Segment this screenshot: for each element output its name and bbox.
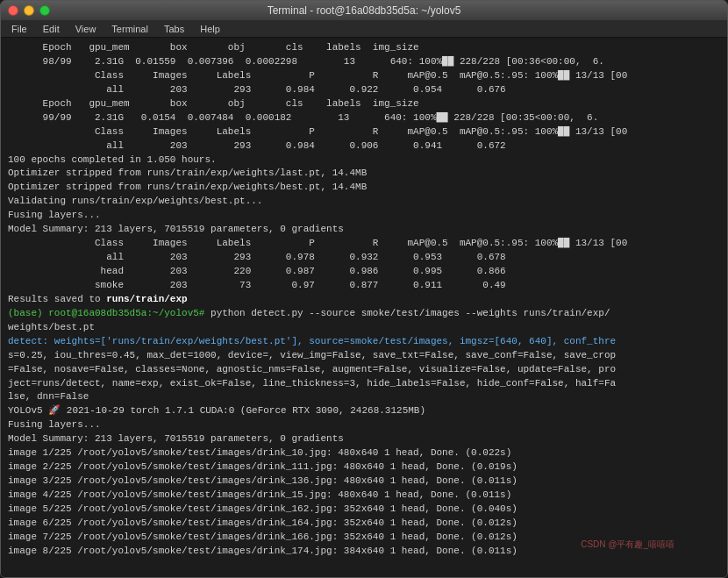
terminal-line: Optimizer stripped from runs/train/exp/w… [8, 181, 720, 195]
terminal-line: YOLOv5 🚀 2021-10-29 torch 1.7.1 CUDA:0 (… [8, 404, 720, 418]
terminal-line: Epoch gpu_mem box obj cls labels img_siz… [8, 97, 720, 111]
menubar: File Edit View Terminal Tabs Help [1, 20, 727, 38]
menu-edit[interactable]: Edit [36, 22, 67, 36]
terminal-line: image 6/225 /root/yolov5/smoke/test/imag… [8, 517, 720, 531]
terminal-line: weights/best.pt [8, 321, 720, 335]
terminal-line: Results saved to runs/train/exp [8, 293, 720, 307]
window-controls [8, 5, 50, 16]
terminal-line: image 4/225 /root/yolov5/smoke/test/imag… [8, 489, 720, 503]
terminal-line: 99/99 2.31G 0.0154 0.007484 0.000182 13 … [8, 111, 720, 125]
terminal-line: image 5/225 /root/yolov5/smoke/test/imag… [8, 503, 720, 517]
terminal-line: Optimizer stripped from runs/train/exp/w… [8, 167, 720, 181]
terminal-line: Model Summary: 213 layers, 7015519 param… [8, 223, 720, 237]
terminal-line: 100 epochs completed in 1.050 hours. [8, 153, 720, 168]
menu-terminal[interactable]: Terminal [104, 22, 155, 36]
close-button[interactable] [8, 5, 18, 16]
terminal-line: image 8/225 /root/yolov5/smoke/test/imag… [8, 545, 720, 559]
terminal-line: Epoch gpu_mem box obj cls labels img_siz… [8, 41, 720, 55]
terminal-line: lse, dnn=False [8, 390, 720, 404]
window-title: Terminal - root@16a08db35d5a: ~/yolov5 [268, 4, 461, 17]
terminal-line: image 3/225 /root/yolov5/smoke/test/imag… [8, 475, 720, 489]
terminal-window: Terminal - root@16a08db35d5a: ~/yolov5 F… [0, 0, 728, 578]
menu-help[interactable]: Help [193, 22, 227, 36]
menu-view[interactable]: View [68, 22, 103, 36]
terminal-line: image 2/225 /root/yolov5/smoke/test/imag… [8, 460, 720, 475]
terminal-line: Class Images Labels P R mAP@0.5 mAP@0.5:… [8, 237, 720, 251]
menu-tabs[interactable]: Tabs [157, 22, 191, 36]
terminal-line: Class Images Labels P R mAP@0.5 mAP@0.5:… [8, 69, 720, 83]
terminal-line: Fusing layers... [8, 418, 720, 432]
menu-file[interactable]: File [4, 22, 34, 36]
terminal-line: detect: weights=['runs/train/exp/weights… [8, 335, 720, 349]
maximize-button[interactable] [39, 5, 50, 16]
terminal-line: Class Images Labels P R mAP@0.5 mAP@0.5:… [8, 125, 720, 139]
minimize-button[interactable] [24, 5, 34, 16]
terminal-line: =False, nosave=False, classes=None, agno… [8, 363, 720, 377]
terminal-line: smoke 203 73 0.97 0.877 0.911 0.49 [8, 279, 720, 293]
terminal-line: all 203 293 0.984 0.906 0.941 0.672 [8, 139, 720, 153]
terminal-line: Fusing layers... [8, 209, 720, 223]
titlebar: Terminal - root@16a08db35d5a: ~/yolov5 [1, 1, 727, 20]
terminal-line: all 203 293 0.978 0.932 0.953 0.678 [8, 251, 720, 265]
terminal-line: 98/99 2.31G 0.01559 0.007396 0.0002298 1… [8, 55, 720, 69]
terminal-line: Validating runs/train/exp/weights/best.p… [8, 195, 720, 209]
terminal-line: ject=runs/detect, name=exp, exist_ok=Fal… [8, 377, 720, 391]
terminal-line: head 203 220 0.987 0.986 0.995 0.866 [8, 265, 720, 279]
terminal-line: s=0.25, iou_thres=0.45, max_det=1000, de… [8, 349, 720, 363]
terminal-line: all 203 293 0.984 0.922 0.954 0.676 [8, 83, 720, 97]
terminal-body[interactable]: Epoch gpu_mem box obj cls labels img_siz… [1, 38, 727, 577]
terminal-line: image 7/225 /root/yolov5/smoke/test/imag… [8, 531, 720, 545]
terminal-line: Model Summary: 213 layers, 7015519 param… [8, 432, 720, 446]
terminal-line: image 1/225 /root/yolov5/smoke/test/imag… [8, 446, 720, 460]
terminal-line: (base) root@16a08db35d5a:~/yolov5# pytho… [8, 307, 720, 321]
terminal-output: Epoch gpu_mem box obj cls labels img_siz… [8, 41, 720, 559]
